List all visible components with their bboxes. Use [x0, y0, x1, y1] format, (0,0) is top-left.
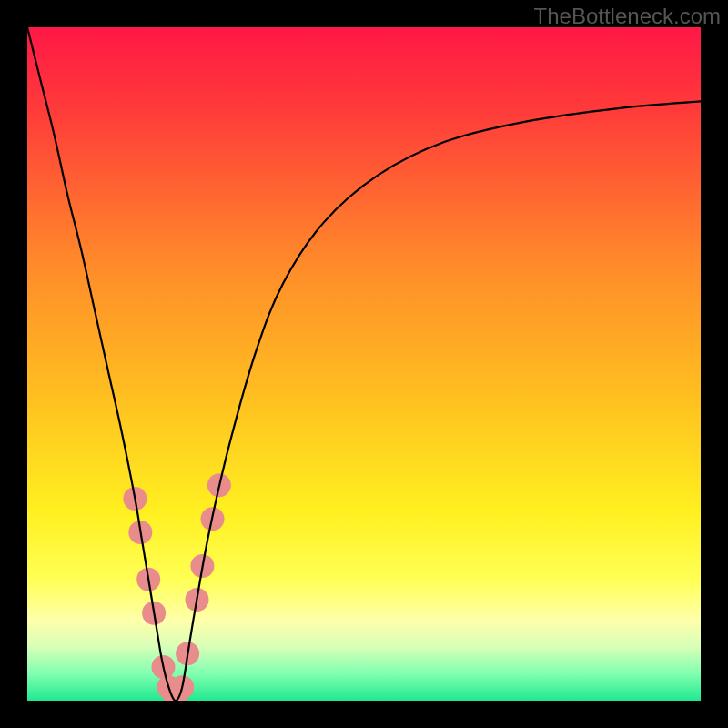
gradient-background	[27, 27, 701, 701]
plot-area	[27, 27, 701, 701]
watermark-text: TheBottleneck.com	[534, 4, 721, 29]
bottleneck-chart	[27, 27, 701, 701]
chart-container: TheBottleneck.com	[0, 0, 728, 728]
